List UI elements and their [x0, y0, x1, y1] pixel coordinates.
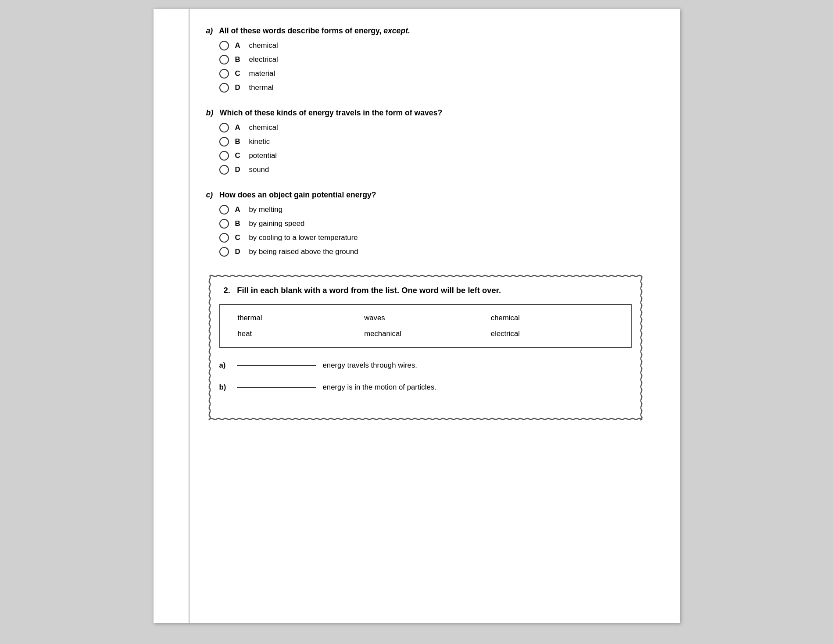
option-letter-b-a: A: [235, 123, 246, 132]
fill-question-b: b) energy is in the motion of particles.: [219, 383, 632, 392]
question-c-prefix: c): [206, 190, 213, 199]
worksheet-page: a) All of these words describe forms of …: [154, 9, 680, 623]
radio-a-c[interactable]: [219, 69, 229, 79]
word-thermal: thermal: [238, 312, 360, 324]
option-letter-b-c: C: [235, 151, 246, 160]
question-c-options: A by melting B by gaining speed C by coo…: [206, 205, 645, 257]
option-letter-a-b: B: [235, 55, 246, 64]
question-a-prefix: a): [206, 26, 213, 35]
question-a: a) All of these words describe forms of …: [206, 26, 645, 93]
option-letter-a-a: A: [235, 41, 246, 50]
section2-content: 2. Fill in each blank with a word from t…: [219, 286, 632, 392]
option-c-d[interactable]: D by being raised above the ground: [219, 247, 645, 257]
option-letter-b-d: D: [235, 165, 246, 174]
option-text-a-d: thermal: [249, 83, 274, 92]
radio-b-a[interactable]: [219, 123, 229, 132]
fill-blank-b[interactable]: [237, 387, 316, 388]
option-letter-a-d: D: [235, 83, 246, 92]
option-text-a-a: chemical: [249, 41, 278, 50]
word-electrical: electrical: [491, 328, 613, 340]
radio-a-b[interactable]: [219, 55, 229, 64]
radio-c-a[interactable]: [219, 205, 229, 215]
question-b-options: A chemical B kinetic C potential D sound: [206, 123, 645, 175]
option-c-c[interactable]: C by cooling to a lower temperature: [219, 233, 645, 243]
option-letter-c-b: B: [235, 219, 246, 228]
section2-number: 2.: [224, 286, 230, 295]
option-b-d[interactable]: D sound: [219, 165, 645, 175]
option-text-a-b: electrical: [249, 55, 278, 64]
option-text-c-a: by melting: [249, 205, 282, 214]
radio-b-d[interactable]: [219, 165, 229, 175]
option-c-b[interactable]: B by gaining speed: [219, 219, 645, 229]
option-letter-c-a: A: [235, 205, 246, 214]
option-b-c[interactable]: C potential: [219, 151, 645, 161]
option-b-b[interactable]: B kinetic: [219, 137, 645, 147]
option-text-c-c: by cooling to a lower temperature: [249, 233, 358, 242]
option-text-b-a: chemical: [249, 123, 278, 132]
section2-title: 2. Fill in each blank with a word from t…: [219, 286, 632, 295]
question-b-prefix: b): [206, 108, 214, 117]
word-list-box: thermal waves chemical heat mechanical e…: [219, 304, 632, 348]
fill-label-a: a): [219, 361, 232, 370]
question-b: b) Which of these kinds of energy travel…: [206, 108, 645, 175]
option-letter-c-c: C: [235, 233, 246, 242]
radio-b-b[interactable]: [219, 137, 229, 147]
option-text-c-d: by being raised above the ground: [249, 247, 358, 256]
question-a-options: A chemical B electrical C material D the…: [206, 41, 645, 93]
radio-a-a[interactable]: [219, 41, 229, 50]
fill-label-b: b): [219, 383, 232, 392]
question-c-label: c) How does an object gain potential ene…: [206, 190, 645, 200]
question-c: c) How does an object gain potential ene…: [206, 190, 645, 257]
option-letter-a-c: C: [235, 69, 246, 78]
section2-container: 2. Fill in each blank with a word from t…: [206, 272, 645, 422]
option-a-a[interactable]: A chemical: [219, 41, 645, 50]
fill-text-a: energy travels through wires.: [323, 361, 417, 370]
question-b-label: b) Which of these kinds of energy travel…: [206, 108, 645, 118]
option-letter-c-d: D: [235, 247, 246, 256]
radio-c-b[interactable]: [219, 219, 229, 229]
word-mechanical: mechanical: [364, 328, 486, 340]
word-heat: heat: [238, 328, 360, 340]
fill-text-b: energy is in the motion of particles.: [323, 383, 436, 392]
option-text-b-d: sound: [249, 165, 269, 174]
option-letter-b-b: B: [235, 137, 246, 146]
option-text-b-c: potential: [249, 151, 277, 160]
option-a-d[interactable]: D thermal: [219, 83, 645, 93]
question-a-italic: except.: [383, 26, 410, 35]
fill-blank-a[interactable]: [237, 365, 316, 366]
radio-a-d[interactable]: [219, 83, 229, 93]
question-a-label: a) All of these words describe forms of …: [206, 26, 645, 36]
radio-c-c[interactable]: [219, 233, 229, 243]
word-waves: waves: [364, 312, 486, 324]
radio-c-d[interactable]: [219, 247, 229, 257]
option-text-c-b: by gaining speed: [249, 219, 305, 228]
option-text-b-b: kinetic: [249, 137, 270, 146]
option-c-a[interactable]: A by melting: [219, 205, 645, 215]
option-text-a-c: material: [249, 69, 275, 78]
radio-b-c[interactable]: [219, 151, 229, 161]
option-b-a[interactable]: A chemical: [219, 123, 645, 132]
option-a-c[interactable]: C material: [219, 69, 645, 79]
fill-question-a: a) energy travels through wires.: [219, 361, 632, 370]
option-a-b[interactable]: B electrical: [219, 55, 645, 64]
word-chemical: chemical: [491, 312, 613, 324]
